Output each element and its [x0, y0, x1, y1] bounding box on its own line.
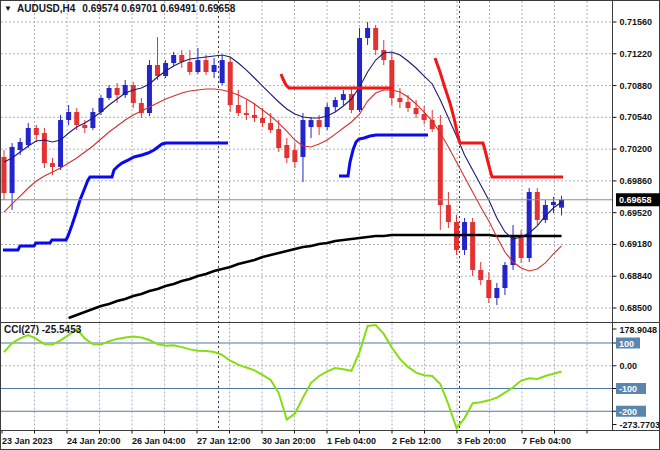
candle-bull[interactable]: [10, 147, 15, 193]
cci-level-tag-text: 100: [619, 339, 634, 349]
candle-bear[interactable]: [422, 114, 427, 120]
candle-bear[interactable]: [535, 192, 540, 220]
candle-bear[interactable]: [519, 235, 524, 258]
candle-bear[interactable]: [50, 163, 55, 167]
candle-bear[interactable]: [131, 85, 136, 103]
candle-bull[interactable]: [365, 28, 370, 38]
cci-tick-label: 178.9048: [620, 325, 658, 335]
candle-bear[interactable]: [268, 123, 273, 130]
candle-bear[interactable]: [389, 60, 394, 98]
candle-bear[interactable]: [284, 145, 289, 158]
candle-bear[interactable]: [373, 28, 378, 50]
ohlc-values: 0.69574 0.69701 0.69491 0.69658: [82, 3, 235, 14]
price-tick-label: 0.68840: [620, 271, 653, 281]
candle-bear[interactable]: [204, 60, 209, 72]
chart-canvas[interactable]: 0.715600.712200.708800.705400.702000.698…: [0, 0, 660, 450]
candle-bear[interactable]: [478, 270, 483, 280]
price-tick-label: 0.71560: [620, 17, 653, 27]
time-tick-label: 24 Jan 20:00: [67, 436, 121, 446]
candle-bull[interactable]: [66, 112, 71, 120]
candle-bull[interactable]: [357, 38, 362, 110]
price-tick-label: 0.68500: [620, 303, 653, 313]
candle-bull[interactable]: [341, 94, 346, 100]
candle-bear[interactable]: [276, 129, 281, 148]
price-tick-label: 0.70880: [620, 81, 653, 91]
candle-bear[interactable]: [155, 65, 160, 76]
time-tick-label: 1 Feb 04:00: [327, 436, 376, 446]
candle-bull[interactable]: [171, 55, 176, 63]
chart-window: 0.715600.712200.708800.705400.702000.698…: [0, 0, 660, 450]
time-tick-label: 3 Feb 20:00: [457, 436, 506, 446]
chart-title: AUDUSD,H40.69574 0.69701 0.69491 0.69658: [17, 3, 235, 14]
candle-bull[interactable]: [90, 112, 95, 128]
candle-bear[interactable]: [406, 102, 411, 108]
symbol-timeframe-label: AUDUSD,H4: [17, 3, 75, 14]
candle-bear[interactable]: [244, 113, 249, 115]
time-tick-label: 2 Feb 12:00: [392, 436, 441, 446]
candle-bull[interactable]: [333, 100, 338, 107]
candle-bear[interactable]: [486, 280, 491, 298]
candle-bull[interactable]: [18, 142, 23, 150]
candle-bear[interactable]: [42, 133, 47, 163]
candle-bull[interactable]: [212, 65, 217, 72]
time-tick-label: 27 Jan 12:00: [197, 436, 251, 446]
indicator-label: CCI(27) -25.5453: [4, 324, 81, 335]
price-tick-label: 0.70200: [620, 144, 653, 154]
candle-bear[interactable]: [82, 125, 87, 128]
candle-bear[interactable]: [34, 128, 39, 135]
price-tick-label: 0.71220: [620, 49, 653, 59]
price-tick-label: 0.70540: [620, 112, 653, 122]
candle-bull[interactable]: [494, 288, 499, 298]
candle-bear[interactable]: [252, 115, 257, 118]
price-tick-label: 0.69180: [620, 239, 653, 249]
candle-bull[interactable]: [195, 60, 200, 72]
candle-bull[interactable]: [325, 107, 330, 127]
candle-bear[interactable]: [260, 118, 265, 123]
candle-bull[interactable]: [58, 120, 63, 167]
candle-bear[interactable]: [470, 222, 475, 270]
candle-bull[interactable]: [26, 128, 31, 145]
collapse-arrow-icon[interactable]: ▼: [4, 4, 12, 14]
cci-level-tag-text: -100: [619, 384, 637, 394]
candle-bull[interactable]: [220, 60, 225, 83]
candle-bull[interactable]: [527, 192, 532, 258]
cci-tick-label: -273.7703: [620, 420, 660, 430]
price-tick-label: 0.69860: [620, 176, 653, 186]
candle-bear[interactable]: [414, 108, 419, 114]
candle-bear[interactable]: [397, 98, 402, 102]
candle-bear[interactable]: [74, 112, 79, 125]
candle-bull[interactable]: [309, 120, 314, 127]
price-tick-label: 0.69520: [620, 208, 653, 218]
candle-bear[interactable]: [187, 62, 192, 72]
candle-bull[interactable]: [502, 265, 507, 288]
current-price-tag-text: 0.69658: [619, 195, 652, 205]
time-tick-label: 7 Feb 04:00: [522, 436, 571, 446]
candle-bull[interactable]: [551, 202, 556, 205]
candle-bear[interactable]: [236, 105, 241, 113]
candle-bull[interactable]: [107, 88, 112, 98]
cci-tick-label: 0.00: [620, 361, 638, 371]
time-tick-label: 26 Jan 04:00: [132, 436, 186, 446]
candle-bear[interactable]: [317, 120, 322, 127]
candle-bear[interactable]: [115, 88, 120, 95]
time-tick-label: 23 Jan 2023: [2, 436, 53, 446]
candle-bull[interactable]: [300, 120, 305, 157]
candle-bear[interactable]: [446, 205, 451, 222]
candle-bear[interactable]: [292, 150, 297, 162]
candle-bear[interactable]: [228, 62, 233, 105]
candle-bear[interactable]: [2, 157, 7, 193]
cci-level-tag-text: -200: [619, 407, 637, 417]
time-tick-label: 30 Jan 20:00: [262, 436, 316, 446]
